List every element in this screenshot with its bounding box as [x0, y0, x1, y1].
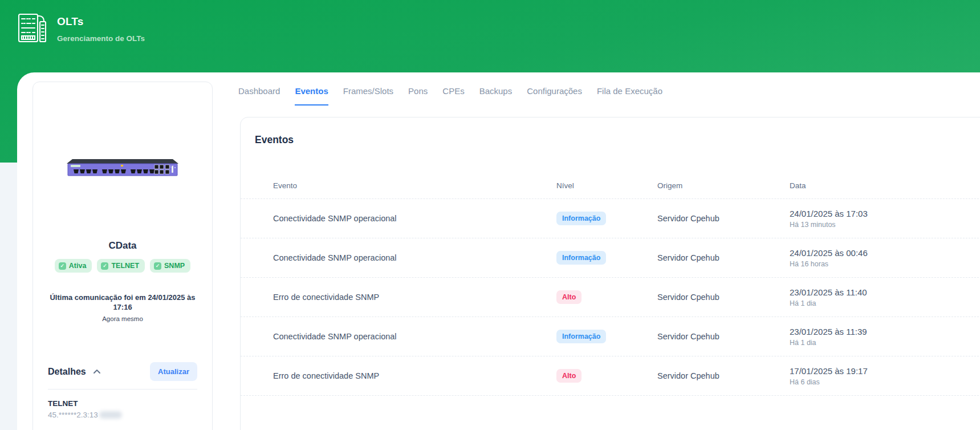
status-badge-label: TELNET [111, 262, 139, 270]
check-icon: ✓ [59, 262, 66, 270]
status-badge-ativa: ✓Ativa [55, 259, 92, 273]
olt-device-image: OLT [48, 158, 197, 179]
event-name: Conectividade SNMP operacional [273, 214, 556, 223]
device-name: CData [48, 240, 197, 251]
events-table-header: EventoNívelOrigemData [241, 173, 980, 199]
tab-eventos[interactable]: Eventos [295, 86, 328, 106]
event-date: 24/01/2025 às 00:46Há 16 horas [790, 248, 980, 268]
event-date: 23/01/2025 às 11:39Há 1 dia [790, 327, 980, 347]
table-row: Conectividade SNMP operacionalInformação… [241, 238, 980, 278]
event-date-relative: Há 6 dias [790, 378, 980, 386]
tab-dashboard[interactable]: Dashboard [238, 86, 280, 106]
update-button[interactable]: Atualizar [150, 362, 197, 381]
column-header-origem: Origem [657, 181, 790, 190]
page-subtitle: Gerenciamento de OLTs [57, 34, 145, 43]
level-badge: Alto [556, 290, 582, 304]
event-name: Erro de conectividade SNMP [273, 293, 556, 302]
table-row: Conectividade SNMP operacionalInformação… [241, 199, 980, 238]
event-date-main: 23/01/2025 às 11:39 [790, 327, 980, 336]
events-table-body: Conectividade SNMP operacionalInformação… [241, 199, 980, 396]
column-header-evento: Evento [273, 181, 556, 190]
event-origin: Servidor Cpehub [657, 214, 790, 223]
level-badge: Informação [556, 330, 606, 343]
events-title: Eventos [255, 134, 980, 146]
last-communication-relative: Agora mesmo [48, 315, 197, 322]
event-date-main: 24/01/2025 às 00:46 [790, 248, 980, 258]
status-badge-label: Ativa [69, 262, 87, 270]
event-name: Conectividade SNMP operacional [273, 332, 556, 341]
status-badge-snmp: ✓SNMP [150, 259, 190, 273]
redacted-value [99, 411, 122, 419]
tab-fila-de-execucao[interactable]: Fila de Execução [597, 86, 662, 106]
event-date-relative: Há 13 minutos [790, 221, 980, 229]
event-origin: Servidor Cpehub [657, 293, 790, 302]
column-header-data: Data [790, 181, 980, 190]
level-badge: Informação [556, 251, 606, 265]
event-date-relative: Há 1 dia [790, 299, 980, 307]
level-badge: Alto [556, 369, 582, 383]
status-badge-label: SNMP [164, 262, 185, 270]
tab-pons[interactable]: Pons [408, 86, 428, 106]
check-icon: ✓ [154, 262, 161, 270]
tab-backups[interactable]: Backups [479, 86, 513, 106]
event-date-main: 17/01/2025 às 19:17 [790, 366, 980, 376]
table-row: Conectividade SNMP operacionalInformação… [241, 317, 980, 356]
last-communication: Última comunicação foi em 24/01/2025 às … [48, 293, 197, 312]
events-table: EventoNívelOrigemData Conectividade SNMP… [241, 173, 980, 396]
event-date-relative: Há 16 horas [790, 260, 980, 268]
page-title: OLTs [57, 15, 145, 28]
table-row: Erro de conectividade SNMPAltoServidor C… [241, 356, 980, 396]
device-card: OLT CData ✓Ativa✓TELNET✓SNMP Última comu… [32, 82, 213, 430]
event-date-main: 24/01/2025 às 17:03 [790, 209, 980, 218]
details-divider [48, 389, 197, 390]
column-header-nivel: Nível [556, 181, 657, 190]
details-title: Detalhes [48, 367, 86, 377]
event-date-relative: Há 1 dia [790, 339, 980, 347]
event-date-main: 23/01/2025 às 11:40 [790, 287, 980, 297]
events-card: Eventos EventoNívelOrigemData Conectivid… [240, 117, 980, 430]
olt-rack-icon [17, 11, 47, 47]
check-icon: ✓ [101, 262, 108, 270]
telnet-label: TELNET [48, 399, 197, 408]
event-origin: Servidor Cpehub [657, 253, 790, 262]
event-date: 24/01/2025 às 17:03Há 13 minutos [790, 209, 980, 229]
status-badge-telnet: ✓TELNET [97, 259, 145, 273]
tab-frames-slots[interactable]: Frames/Slots [343, 86, 393, 106]
tab-configuracoes[interactable]: Configurações [527, 86, 582, 106]
level-badge: Informação [556, 212, 606, 225]
event-name: Conectividade SNMP operacional [273, 253, 556, 262]
event-date: 23/01/2025 às 11:40Há 1 dia [790, 287, 980, 307]
event-origin: Servidor Cpehub [657, 371, 790, 380]
tab-cpes[interactable]: CPEs [442, 86, 464, 106]
event-date: 17/01/2025 às 19:17Há 6 dias [790, 366, 980, 386]
status-badges: ✓Ativa✓TELNET✓SNMP [48, 259, 197, 273]
telnet-value: 45.******2.3:13 [48, 411, 98, 419]
event-origin: Servidor Cpehub [657, 332, 790, 341]
tabs: DashboardEventosFrames/SlotsPonsCPEsBack… [238, 86, 662, 106]
table-row: Erro de conectividade SNMPAltoServidor C… [241, 278, 980, 317]
chevron-up-icon[interactable] [86, 367, 101, 377]
event-name: Erro de conectividade SNMP [273, 371, 556, 380]
